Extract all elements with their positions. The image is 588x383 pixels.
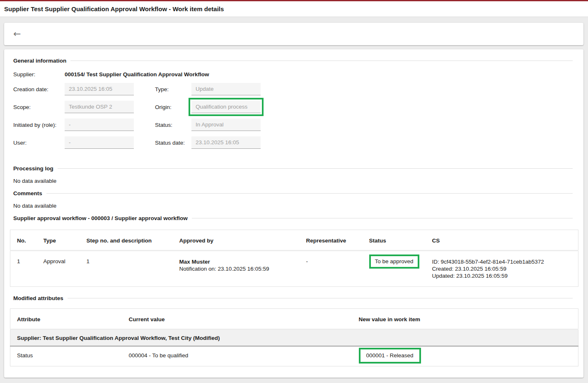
attribute-group-row: Supplier: Test Supplier Qualification Ap…	[10, 330, 578, 347]
cs-updated: Updated: 23.10.2025 16:05:59	[432, 272, 575, 279]
col-step: Step no. and description	[80, 230, 173, 251]
col-no: No.	[10, 230, 37, 251]
modified-attributes-table: Attribute Current value New value in wor…	[10, 308, 578, 366]
back-arrow-icon: ←	[13, 29, 21, 39]
status-date-field: 23.10.2025 16:05	[191, 136, 261, 149]
status-label: Status:	[155, 122, 191, 128]
group-header: Supplier: Test Supplier Qualification Ap…	[10, 330, 578, 347]
section-title: Comments	[13, 190, 42, 196]
section-general-information: General information	[4, 57, 583, 64]
toolbar: ←	[4, 23, 583, 45]
scope-field: Testkunde OSP 2	[65, 101, 134, 113]
status-date-label: Status date:	[155, 140, 191, 146]
cell-new-value: 000001 - Released	[352, 346, 578, 366]
scope-label: Scope:	[13, 104, 65, 110]
type-field: Update	[191, 83, 261, 95]
supplier-row: Supplier: 000154/ Test Supplier Qualific…	[13, 71, 573, 78]
page-title: Supplier Test Supplier Qualification App…	[4, 5, 224, 12]
type-label: Type:	[155, 86, 191, 92]
legend-rule	[46, 193, 573, 194]
general-information-form: Creation date: 23.10.2025 16:05 Type: Up…	[13, 83, 573, 149]
col-current-value: Current value	[122, 309, 352, 330]
section-comments: Comments	[4, 189, 583, 197]
origin-field: Qualification process	[191, 101, 261, 113]
section-title: Modified attributes	[13, 295, 63, 301]
col-type: Type	[37, 230, 80, 251]
cs-id: ID: 9cf43018-55b7-4ef2-81e4-71ceb1ab5372	[432, 258, 575, 265]
user-label: User:	[13, 140, 65, 146]
approved-by-note: Notification on: 23.10.2025 16:05:59	[179, 265, 296, 272]
legend-rule	[58, 168, 573, 169]
table-row: Status 000004 - To be qualified 000001 -…	[10, 346, 578, 366]
cell-approved-by: Max Muster Notification on: 23.10.2025 1…	[173, 251, 300, 287]
user-field: -	[65, 136, 134, 149]
status-field: In Approval	[191, 119, 261, 131]
col-new-value: New value in work item	[352, 309, 578, 330]
status-highlight-box: To be approved	[369, 255, 419, 269]
section-title: Supplier approval workflow - 000003 / Su…	[13, 215, 188, 221]
processing-log-empty: No data available	[4, 172, 583, 189]
cell-cs: ID: 9cf43018-55b7-4ef2-81e4-71ceb1ab5372…	[426, 251, 578, 287]
page-background: ← General information Supplier: 000154/ …	[0, 17, 588, 378]
creation-date-label: Creation date:	[13, 86, 65, 92]
cell-current-value: 000004 - To be qualified	[122, 346, 352, 366]
col-status: Status	[363, 230, 426, 251]
new-value-highlight-box: 000001 - Released	[359, 348, 421, 364]
legend-rule	[68, 298, 573, 298]
cell-representative: -	[300, 251, 363, 287]
cell-no: 1	[10, 251, 37, 287]
col-cs: CS	[426, 230, 578, 251]
work-item-details-card: General information Supplier: 000154/ Te…	[4, 49, 583, 378]
approved-by-name: Max Muster	[179, 258, 296, 265]
section-modified-attributes: Modified attributes	[4, 294, 583, 302]
cell-status: To be approved	[363, 251, 426, 287]
table-row: 1 Approval 1 Max Muster Notification on:…	[10, 251, 578, 287]
cell-type: Approval	[37, 251, 80, 287]
section-title: Processing log	[13, 165, 53, 172]
back-button[interactable]: ←	[13, 29, 21, 39]
section-processing-log: Processing log	[4, 165, 583, 172]
approval-workflow-table: No. Type Step no. and description Approv…	[10, 230, 578, 287]
legend-rule	[70, 61, 573, 61]
origin-label: Origin:	[155, 104, 191, 110]
col-representative: Representative	[300, 230, 363, 251]
table-header-row: Attribute Current value New value in wor…	[10, 309, 578, 330]
legend-rule	[192, 218, 573, 218]
cell-step: 1	[80, 251, 173, 287]
creation-date-field: 23.10.2025 16:05	[65, 83, 134, 95]
col-approved-by: Approved by	[173, 230, 300, 251]
window-titlebar: Supplier Test Supplier Qualification App…	[0, 1, 588, 17]
section-approval-workflow: Supplier approval workflow - 000003 / Su…	[4, 214, 583, 222]
cs-created: Created: 23.10.2025 16:05:59	[432, 265, 575, 272]
cell-attribute: Status	[10, 346, 122, 366]
table-header-row: No. Type Step no. and description Approv…	[10, 230, 578, 251]
section-title: General information	[13, 58, 66, 64]
comments-empty: No data available	[4, 197, 583, 214]
col-attribute: Attribute	[10, 309, 122, 330]
initiated-by-label: Initiated by (role):	[13, 122, 65, 128]
supplier-value: 000154/ Test Supplier Qualification Appr…	[65, 71, 209, 78]
supplier-label: Supplier:	[13, 71, 65, 78]
initiated-by-field: -	[65, 119, 134, 131]
